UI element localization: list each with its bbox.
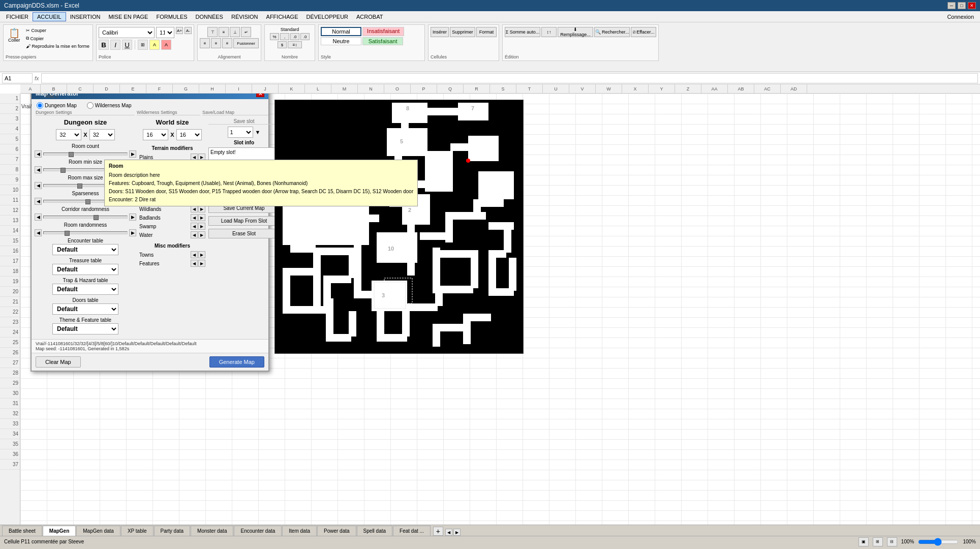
copier-btn[interactable]: ⧉Copier xyxy=(25,35,91,42)
reproduire-btn[interactable]: 🖌Reproduire la mise en forme xyxy=(25,43,91,50)
align-mid-btn[interactable]: ≡ xyxy=(219,27,229,37)
percent-btn[interactable]: % xyxy=(270,33,279,40)
view-normal-btn[interactable]: ▣ xyxy=(859,537,869,546)
badlands-right-btn[interactable]: ▶ xyxy=(198,214,205,221)
wildlands-left-btn[interactable]: ◀ xyxy=(191,205,198,212)
room-random-track[interactable] xyxy=(43,231,128,234)
zoom-slider[interactable] xyxy=(918,538,959,546)
supprimer-btn[interactable]: Supprimer xyxy=(450,27,475,37)
minimize-btn[interactable]: ─ xyxy=(947,2,956,9)
view-page-btn[interactable]: ⊟ xyxy=(887,537,897,546)
tab-mapgen-data[interactable]: MapGen data xyxy=(76,526,120,536)
effacer-btn[interactable]: ⎚ Effacer... xyxy=(631,27,656,37)
radio-dungeon[interactable]: Dungeon Map xyxy=(37,102,77,109)
wrap-btn[interactable]: ↵ xyxy=(241,27,251,37)
tab-feat-data[interactable]: Feat dat ... xyxy=(393,526,431,536)
menu-formules[interactable]: FORMULES xyxy=(152,13,191,21)
menu-affichage[interactable]: AFFICHAGE xyxy=(262,13,302,21)
room-count-thumb[interactable] xyxy=(69,152,74,157)
align-center-btn[interactable]: ≡ xyxy=(211,38,221,48)
format-btn[interactable]: Format xyxy=(476,27,497,37)
font-size-select[interactable]: 11 xyxy=(156,27,174,38)
towns-right-btn[interactable]: ▶ xyxy=(198,251,205,258)
underline-btn[interactable]: U xyxy=(122,40,132,50)
room-count-left-btn[interactable]: ◀ xyxy=(35,150,42,158)
tab-party-data[interactable]: Party data xyxy=(154,526,191,536)
font-color-btn[interactable]: A xyxy=(161,40,171,50)
align-right-btn[interactable]: ≡ xyxy=(222,38,232,48)
tab-mapgen[interactable]: MapGen xyxy=(43,526,76,536)
comma-btn[interactable]: , xyxy=(280,33,289,40)
currency-btn[interactable]: $ xyxy=(278,41,287,48)
add-sheet-btn[interactable]: + xyxy=(433,527,443,536)
align-bot-btn[interactable]: ⊥ xyxy=(230,27,240,37)
menu-revision[interactable]: RÉVISION xyxy=(227,13,262,21)
swamp-left-btn[interactable]: ◀ xyxy=(191,223,198,230)
room-count-track[interactable] xyxy=(43,152,128,156)
towns-left-btn[interactable]: ◀ xyxy=(191,251,198,258)
radio-wilderness[interactable]: Wilderness Map xyxy=(87,102,132,109)
badlands-left-btn[interactable]: ◀ xyxy=(191,214,198,221)
somme-btn[interactable]: Σ Somme auto... xyxy=(505,27,540,37)
room-random-left-btn[interactable]: ◀ xyxy=(35,229,42,236)
font-name-select[interactable]: Calibri xyxy=(99,27,155,38)
room-random-thumb[interactable] xyxy=(65,231,70,236)
font-increase-btn[interactable]: A+ xyxy=(176,27,183,34)
scroll-sheets-left[interactable]: ◀ xyxy=(445,529,452,536)
style-normal[interactable]: Normal xyxy=(321,27,361,36)
font-decrease-btn[interactable]: A- xyxy=(185,27,192,34)
remplissage-btn[interactable]: ⬇ Remplissage... xyxy=(558,27,593,37)
maximize-btn[interactable]: □ xyxy=(958,2,966,9)
room-max-thumb[interactable] xyxy=(77,184,82,189)
style-good[interactable]: Satisfaisant xyxy=(362,37,403,45)
coller-btn[interactable]: 📋 Coller xyxy=(6,27,23,44)
tab-monster-data[interactable]: Monster data xyxy=(191,526,233,536)
format-cond-btn[interactable]: ≡↕ xyxy=(288,41,302,48)
increase-decimal-btn[interactable]: .0 xyxy=(290,33,299,40)
menu-fichier[interactable]: FICHIER xyxy=(2,13,33,21)
room-min-left-btn[interactable]: ◀ xyxy=(35,166,42,173)
bold-btn[interactable]: B xyxy=(99,40,109,50)
italic-btn[interactable]: I xyxy=(110,40,120,50)
trier-btn[interactable]: ↕↑ xyxy=(541,27,557,37)
room-min-thumb[interactable] xyxy=(60,168,66,173)
save-slot-select[interactable]: 1 xyxy=(228,127,253,138)
radio-wilderness-input[interactable] xyxy=(87,102,94,109)
generate-map-btn[interactable]: Generate Map xyxy=(209,356,264,368)
decrease-decimal-btn[interactable]: .0 xyxy=(300,33,310,40)
border-btn[interactable]: ⊞ xyxy=(138,40,148,50)
cell-ref-input[interactable] xyxy=(2,73,33,83)
world-width-select[interactable]: 16 xyxy=(143,129,168,140)
theme-table-select[interactable]: Default xyxy=(52,323,118,334)
tab-item-data[interactable]: Item data xyxy=(282,526,317,536)
room-random-right-btn[interactable]: ▶ xyxy=(129,229,136,236)
style-bad[interactable]: Insatisfaisant xyxy=(362,27,404,36)
features-left-btn[interactable]: ◀ xyxy=(191,260,198,267)
menu-connexion[interactable]: Connexion xyxy=(943,13,978,21)
treasure-table-select[interactable]: Default xyxy=(52,264,118,275)
corridor-thumb[interactable] xyxy=(94,215,99,220)
tab-xp-table[interactable]: XP table xyxy=(121,526,154,536)
style-neutral[interactable]: Neutre xyxy=(321,37,361,45)
dungeon-width-select[interactable]: 32 xyxy=(56,129,81,140)
water-right-btn[interactable]: ▶ xyxy=(198,231,205,238)
view-layout-btn[interactable]: ⊞ xyxy=(873,537,883,546)
swamp-right-btn[interactable]: ▶ xyxy=(198,223,205,230)
room-count-right-btn[interactable]: ▶ xyxy=(129,150,136,158)
tab-battle-sheet[interactable]: Battle sheet xyxy=(2,526,42,536)
couper-btn[interactable]: ✂Couper xyxy=(25,27,91,34)
room-max-left-btn[interactable]: ◀ xyxy=(35,182,42,189)
formula-input[interactable] xyxy=(41,73,978,83)
fill-color-btn[interactable]: A xyxy=(149,40,160,50)
align-left-btn[interactable]: ≡ xyxy=(200,38,210,48)
trap-table-select[interactable]: Default xyxy=(52,284,118,295)
wildlands-right-btn[interactable]: ▶ xyxy=(198,205,205,212)
menu-insertion[interactable]: INSERTION xyxy=(66,13,105,21)
encounter-table-select[interactable]: Default xyxy=(52,244,118,255)
water-left-btn[interactable]: ◀ xyxy=(191,231,198,238)
corridor-track[interactable] xyxy=(43,216,128,219)
tab-spell-data[interactable]: Spell data xyxy=(357,526,392,536)
menu-acrobat[interactable]: ACROBAT xyxy=(352,13,387,21)
menu-accueil[interactable]: ACCUEIL xyxy=(33,12,66,21)
doors-table-select[interactable]: Default xyxy=(52,303,118,315)
